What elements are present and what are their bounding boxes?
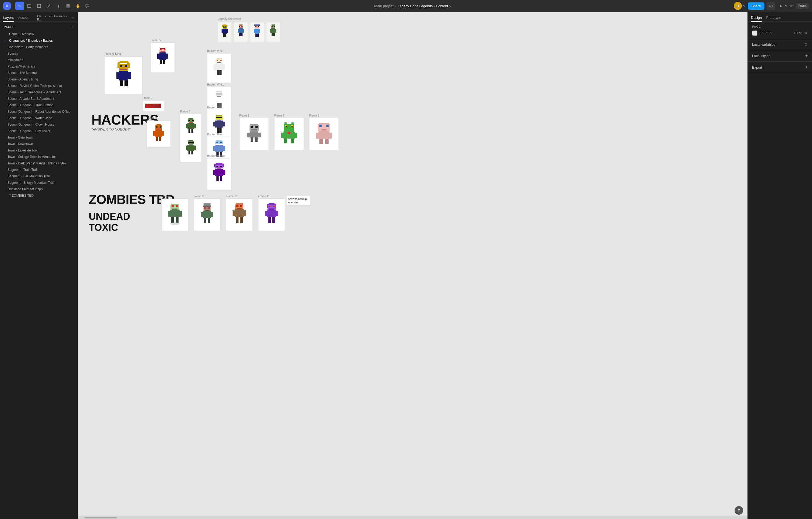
- layer-breadcrumb[interactable]: Characters / Enemies / B...: [33, 15, 75, 21]
- menu-button[interactable]: [3, 2, 11, 10]
- add-local-style-button[interactable]: +: [805, 53, 808, 58]
- hacker-white-1-box[interactable]: [207, 53, 231, 83]
- svg-rect-12: [225, 26, 226, 27]
- zoom-control[interactable]: 200%: [796, 3, 809, 9]
- page-item-arcade[interactable]: Scene - Arcade Bar & Apartment: [0, 95, 78, 102]
- horizontal-scrollbar[interactable]: [78, 516, 748, 519]
- hacker-king-image[interactable]: [105, 56, 143, 94]
- frame8-container: Frame 8: [309, 114, 339, 150]
- frame10-box[interactable]: [226, 198, 253, 231]
- accessibility-button[interactable]: A?: [790, 4, 794, 8]
- rect-tool[interactable]: [35, 2, 43, 10]
- page-item-globaltech[interactable]: Scene - Revisit Global Tech (w/ sepia): [0, 83, 78, 89]
- page-item-agency[interactable]: Scene - Agency firing: [0, 76, 78, 83]
- local-variables-settings[interactable]: ⚙: [805, 43, 808, 47]
- scrollbar-thumb[interactable]: [84, 517, 117, 518]
- frame1-box[interactable]: [239, 118, 269, 150]
- frame2-box[interactable]: [194, 198, 221, 231]
- page-item-treehouse[interactable]: Scene - Tech Treehouse & Apartment: [0, 89, 78, 95]
- page-item-traintrail[interactable]: Segment - Train Trail: [0, 167, 78, 173]
- tab-design[interactable]: Design: [751, 14, 762, 22]
- frame-tool[interactable]: [25, 2, 34, 10]
- frame3-box[interactable]: [147, 120, 171, 147]
- frame8-box[interactable]: [309, 118, 339, 150]
- page-list[interactable]: Home / Overview ✓ Characters / Enemies /…: [0, 31, 78, 519]
- help-button[interactable]: ?: [734, 506, 743, 515]
- share-button[interactable]: Share: [748, 2, 765, 10]
- page-item-downtown[interactable]: Town - Downtown: [0, 141, 78, 147]
- svg-rect-23: [239, 27, 242, 28]
- tab-prototype[interactable]: Prototype: [766, 14, 781, 22]
- page-item-robot[interactable]: Scene [Dungeon] - Robot Abandoned Office: [0, 108, 78, 115]
- page-section: Page E5E5E5 100% 👁: [748, 22, 812, 39]
- page-item-falltrail[interactable]: Segment - Fall Mountain Trail: [0, 173, 78, 180]
- svg-rect-168: [286, 126, 287, 127]
- hand-tool[interactable]: ✋: [74, 2, 82, 10]
- svg-rect-37: [259, 29, 260, 33]
- frame11-box[interactable]: [258, 198, 285, 231]
- design-tabs: Design Prototype: [748, 12, 812, 22]
- svg-rect-201: [204, 207, 206, 209]
- pen-tool[interactable]: [45, 2, 53, 10]
- svg-rect-105: [220, 60, 222, 61]
- svg-rect-107: [215, 63, 223, 70]
- select-tool[interactable]: ↖: [15, 2, 24, 10]
- canvas-inner[interactable]: Legacy Architects: [78, 12, 748, 519]
- add-export-button[interactable]: +: [805, 65, 808, 70]
- page-item-collegetown[interactable]: Town - College Town in Mountains: [0, 154, 78, 160]
- svg-rect-18: [225, 34, 226, 37]
- svg-rect-172: [281, 133, 284, 138]
- page-item-clownhouse[interactable]: Scene [Dungeon] - Clown House: [0, 121, 78, 128]
- canvas[interactable]: Legacy Architects: [78, 12, 748, 519]
- page-item-darkweb[interactable]: Town - Dark Web (Stranger Things style): [0, 160, 78, 167]
- svg-rect-67: [161, 51, 165, 52]
- svg-rect-104: [217, 60, 218, 61]
- page-item-enemies[interactable]: ✓ Characters / Enemies / Battles: [0, 37, 78, 44]
- file-title[interactable]: Legacy Code Legends - Content: [398, 4, 452, 8]
- svg-rect-192: [170, 210, 180, 217]
- tab-assets[interactable]: Assets: [18, 14, 29, 22]
- svg-rect-15: [222, 29, 223, 33]
- hacker-purple-box[interactable]: [207, 158, 231, 190]
- svg-rect-230: [272, 217, 275, 223]
- visibility-toggle[interactable]: 👁: [804, 31, 808, 35]
- page-item-minigames[interactable]: Minigames: [0, 57, 78, 63]
- svg-rect-227: [265, 211, 267, 216]
- user-avatar[interactable]: D: [734, 2, 742, 10]
- frame7-box[interactable]: [143, 100, 164, 111]
- frame7-container: Frame 7: [143, 97, 164, 111]
- page-item-snowytrail[interactable]: Segment - Snowy Mountain Trail: [0, 180, 78, 186]
- frame5-box[interactable]: [151, 43, 175, 72]
- code-button[interactable]: </>: [766, 2, 775, 10]
- frame4-box[interactable]: [180, 114, 202, 162]
- page-color-swatch[interactable]: [752, 30, 757, 36]
- text-tool[interactable]: T: [54, 2, 63, 10]
- page-item-home[interactable]: Home / Overview: [0, 31, 78, 37]
- play-button[interactable]: ▶: [777, 2, 784, 9]
- page-item-trainstation[interactable]: Scene [Dungeon] - Train Station: [0, 102, 78, 108]
- page-color-value[interactable]: E5E5E5: [760, 31, 791, 35]
- page-opacity-value[interactable]: 100%: [794, 31, 802, 35]
- svg-rect-28: [241, 33, 242, 36]
- svg-rect-169: [291, 126, 293, 127]
- page-item-party[interactable]: Characters - Party Members: [0, 44, 78, 50]
- page-item-zombies[interactable]: T ZOMBIES TBD: [0, 192, 78, 199]
- svg-rect-147: [215, 169, 223, 176]
- add-page-button[interactable]: +: [71, 25, 74, 29]
- page-item-bosses[interactable]: Bosses: [0, 50, 78, 57]
- tab-layers[interactable]: Layers: [3, 14, 14, 22]
- svg-rect-219: [269, 203, 274, 205]
- page-item-waterbase[interactable]: Scene [Dungeon] - Water Base: [0, 115, 78, 121]
- svg-rect-72: [163, 60, 165, 64]
- frame6-box[interactable]: [274, 118, 304, 150]
- comment-tool[interactable]: [83, 2, 92, 10]
- frame9-box[interactable]: [161, 198, 188, 231]
- components-tool[interactable]: [64, 2, 72, 10]
- page-item-puzzles[interactable]: Puzzles/Mechanics: [0, 63, 78, 70]
- page-item-oldetown[interactable]: Town - Olde Town: [0, 134, 78, 141]
- page-item-meetup[interactable]: Scene - The Meetup: [0, 70, 78, 76]
- svg-rect-10: [226, 25, 228, 27]
- page-item-citytower[interactable]: Scene [Dungeon] - City Tower: [0, 128, 78, 134]
- page-item-pixelart[interactable]: Unplaced Pixel Art Inspo: [0, 186, 78, 192]
- page-item-lakeside[interactable]: Town - Lakeside Town: [0, 147, 78, 154]
